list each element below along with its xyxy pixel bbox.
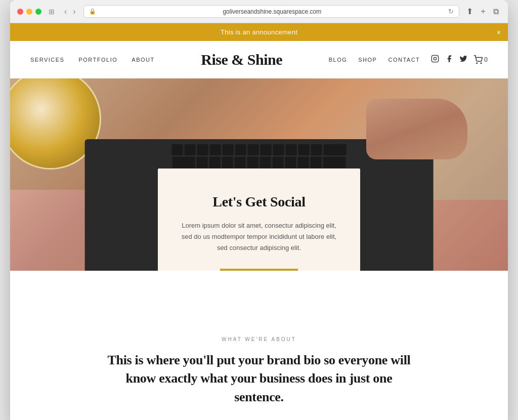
hero-section: Let's Get Social Lorem ipsum dolor sit a… — [10, 78, 508, 271]
address-bar[interactable]: 🔒 goliverseandshine.squarespace.com ↻ — [83, 5, 459, 18]
browser-dots — [17, 9, 41, 15]
social-card: Let's Get Social Lorem ipsum dolor sit a… — [158, 169, 360, 271]
nav-link-about[interactable]: ABOUT — [132, 57, 154, 63]
nav-right: BLOG SHOP CONTACT 0 — [329, 55, 488, 65]
reload-button[interactable]: ↻ — [448, 8, 454, 15]
windows-button[interactable]: ⧉ — [491, 5, 501, 18]
main-content: WHAT WE'RE ABOUT This is where you'll pu… — [10, 271, 508, 420]
twitter-icon[interactable] — [459, 55, 467, 65]
lets-do-this-button[interactable]: LET'S DO THIS — [220, 269, 297, 271]
svg-point-3 — [477, 63, 478, 64]
sidebar-toggle-button[interactable]: ⊞ — [47, 7, 57, 16]
nav-link-shop[interactable]: SHOP — [358, 57, 377, 63]
svg-point-4 — [481, 63, 482, 64]
lock-icon: 🔒 — [89, 8, 96, 15]
maximize-dot[interactable] — [35, 9, 41, 15]
url-text: goliverseandshine.squarespace.com — [99, 8, 445, 15]
hand-area — [366, 99, 467, 159]
nav-left: SERVICES PORTFOLIO ABOUT — [30, 57, 155, 63]
announcement-close-button[interactable]: × — [497, 29, 501, 36]
brand-bio: This is where you'll put your brand bio … — [107, 351, 411, 406]
new-tab-button[interactable]: ＋ — [477, 5, 489, 18]
browser-actions: ⬆ ＋ ⧉ — [464, 5, 501, 18]
close-dot[interactable] — [17, 9, 23, 15]
facebook-icon[interactable] — [445, 55, 453, 65]
nav-link-contact[interactable]: CONTACT — [388, 57, 420, 63]
svg-point-2 — [437, 57, 437, 57]
svg-rect-0 — [432, 55, 439, 62]
nav-icons: 0 — [431, 55, 488, 65]
section-label: WHAT WE'RE ABOUT — [30, 337, 488, 342]
back-button[interactable]: ‹ — [62, 6, 69, 17]
instagram-icon[interactable] — [431, 55, 439, 65]
forward-button[interactable]: › — [70, 6, 78, 17]
svg-point-1 — [434, 57, 437, 60]
browser-nav: ‹ › — [62, 6, 78, 17]
cart-icon[interactable]: 0 — [473, 55, 488, 64]
announcement-text: This is an announcement — [221, 28, 297, 36]
cart-count: 0 — [484, 56, 488, 63]
nav-link-blog[interactable]: BLOG — [329, 57, 348, 63]
card-text: Lorem ipsum dolor sit amet, consectur ad… — [178, 220, 340, 254]
nav-link-services[interactable]: SERVICES — [30, 57, 64, 63]
site-logo[interactable]: Rise & Shine — [201, 51, 282, 68]
browser-chrome: ⊞ ‹ › 🔒 goliverseandshine.squarespace.co… — [10, 0, 508, 23]
announcement-bar: This is an announcement × — [10, 23, 508, 41]
card-title: Let's Get Social — [178, 194, 340, 210]
share-button[interactable]: ⬆ — [464, 5, 475, 18]
site-nav: SERVICES PORTFOLIO ABOUT Rise & Shine BL… — [10, 41, 508, 78]
site-content: This is an announcement × SERVICES PORTF… — [10, 23, 508, 420]
browser-window: ⊞ ‹ › 🔒 goliverseandshine.squarespace.co… — [10, 0, 508, 420]
nav-link-portfolio[interactable]: PORTFOLIO — [78, 57, 117, 63]
minimize-dot[interactable] — [26, 9, 32, 15]
